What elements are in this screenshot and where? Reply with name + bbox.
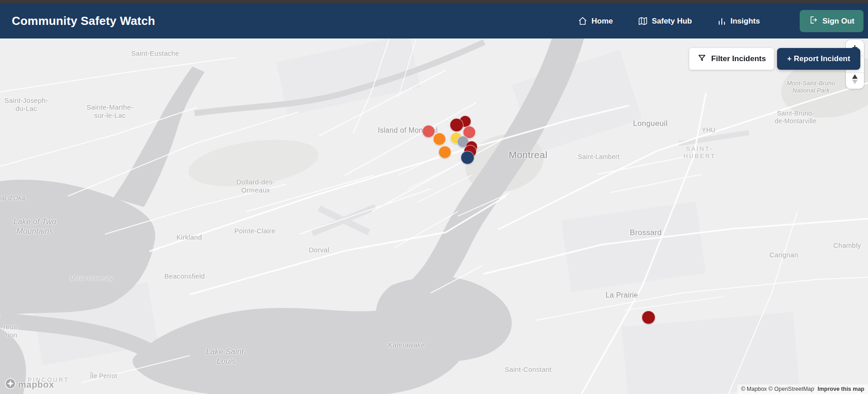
nav-label: Home	[591, 17, 613, 26]
report-incident-label: + Report Incident	[787, 54, 850, 63]
app-header: Community Safety Watch Home Safety Hub I…	[0, 4, 868, 38]
filter-incidents-button[interactable]: Filter Incidents	[689, 48, 774, 70]
nav-item-safety-hub[interactable]: Safety Hub	[638, 16, 692, 26]
funnel-icon	[697, 53, 706, 65]
sign-out-button[interactable]: Sign Out	[800, 10, 863, 32]
nav-label: Insights	[730, 17, 760, 26]
incident-marker[interactable]	[433, 133, 446, 145]
map-attribution: © Mapbox © OpenStreetMap Improve this ma…	[737, 384, 868, 394]
map-viewport[interactable]: Saint-EustacheSaint-Joseph-du-LacSainte-…	[0, 38, 868, 394]
sign-out-label: Sign Out	[822, 17, 854, 26]
attrib-osm-link[interactable]: © OpenStreetMap	[768, 386, 814, 392]
incident-marker[interactable]	[450, 118, 463, 132]
mapbox-logo[interactable]: mapbox	[5, 378, 54, 391]
main-nav: Home Safety Hub Insights Sign Out	[578, 10, 863, 32]
nav-label: Safety Hub	[652, 17, 692, 26]
incident-marker[interactable]	[642, 311, 655, 324]
map-canvas	[0, 38, 868, 394]
mapbox-logo-text: mapbox	[18, 380, 54, 390]
filter-incidents-label: Filter Incidents	[711, 54, 766, 63]
compass-icon	[851, 74, 858, 87]
sign-out-icon	[809, 15, 818, 27]
incident-marker[interactable]	[461, 151, 474, 164]
attrib-mapbox-link[interactable]: © Mapbox	[741, 386, 767, 392]
attrib-improve-link[interactable]: Improve this map	[818, 386, 865, 392]
bar-chart-icon	[717, 17, 726, 26]
map-icon	[638, 16, 648, 26]
compass-button[interactable]	[846, 72, 864, 89]
app-window: Community Safety Watch Home Safety Hub I…	[0, 0, 868, 394]
mapbox-logo-icon	[5, 378, 16, 391]
app-title: Community Safety Watch	[12, 14, 155, 28]
nav-item-home[interactable]: Home	[578, 16, 613, 26]
nav-item-insights[interactable]: Insights	[717, 17, 760, 26]
report-incident-button[interactable]: + Report Incident	[777, 48, 860, 70]
window-chrome-strip	[0, 0, 868, 4]
incident-marker[interactable]	[439, 146, 451, 159]
incident-marker[interactable]	[422, 125, 435, 138]
home-icon	[578, 16, 587, 26]
